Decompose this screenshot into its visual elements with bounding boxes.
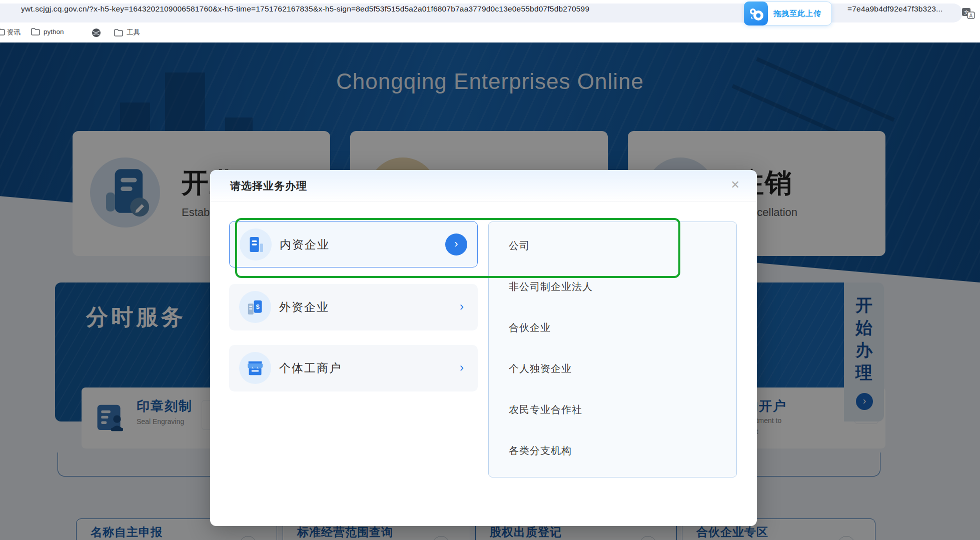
arrow-right-button[interactable]: › <box>445 234 467 256</box>
bookmark-globe-favicon[interactable] <box>92 28 101 38</box>
dialog-header: 请选择业务办理 ✕ <box>210 170 757 202</box>
dialog-title: 请选择业务办理 <box>230 179 307 193</box>
bookmark-label: 工具 <box>127 28 140 37</box>
bookmark-folder-tools[interactable]: 工具 <box>114 28 140 37</box>
option-label: 内资企业 <box>280 222 330 268</box>
svg-text:$: $ <box>256 304 260 310</box>
option-domestic-enterprise[interactable]: 内资企业 › <box>229 221 478 268</box>
subtype-branch-offices[interactable]: 各类分支机构 <box>509 438 572 463</box>
bookmark-label: 资讯 <box>7 28 21 37</box>
close-icon[interactable]: ✕ <box>731 178 740 192</box>
option-label: 个体工商户 <box>279 345 342 392</box>
subtype-company[interactable]: 公司 <box>509 233 530 258</box>
chevron-right-icon: › <box>460 362 464 374</box>
subtype-sole-proprietorship[interactable]: 个人独资企业 <box>509 356 572 381</box>
drag-upload-button[interactable]: 拖拽至此上传 <box>744 2 832 26</box>
netdisk-cloud-icon <box>744 2 768 26</box>
bookmark-folder-partial[interactable] <box>0 28 5 36</box>
option-individual-business[interactable]: 个体工商户 › <box>229 345 478 392</box>
chevron-right-icon: › <box>460 300 464 312</box>
subtype-farmer-cooperative[interactable]: 农民专业合作社 <box>509 397 582 422</box>
foreign-enterprise-icon: $ <box>239 291 271 323</box>
bookmark-folder-python[interactable]: python <box>31 28 64 36</box>
subtype-partnership[interactable]: 合伙企业 <box>509 315 551 340</box>
individual-business-icon <box>239 352 271 384</box>
option-label: 外资企业 <box>279 284 329 330</box>
translate-icon[interactable]: 文 A <box>962 8 975 20</box>
option-foreign-enterprise[interactable]: $ 外资企业 › <box>229 284 478 330</box>
svg-text:A: A <box>969 13 973 18</box>
bookmark-news[interactable]: 资讯 <box>7 28 21 37</box>
subtype-non-company-legal-person[interactable]: 非公司制企业法人 <box>509 274 593 299</box>
bookmarks-bar: 资讯 python 工具 <box>0 24 980 42</box>
business-select-dialog: 请选择业务办理 ✕ 内资企业 › $ 外资企业 › <box>210 170 757 526</box>
url-text[interactable]: ywt.scjgj.cq.gov.cn/?x-h5-key=1643202109… <box>21 4 745 14</box>
domestic-enterprise-icon <box>240 228 272 260</box>
url-text-truncated: =7e4a9b4df92e47f3b323... <box>847 4 943 14</box>
enterprise-subtype-panel: 公司 非公司制企业法人 合伙企业 个人独资企业 农民专业合作社 各类分支机构 <box>488 222 737 478</box>
upload-button-label: 拖拽至此上传 <box>773 9 821 18</box>
bookmark-label: python <box>44 28 64 36</box>
browser-chrome: ywt.scjgj.cq.gov.cn/?x-h5-key=1643202109… <box>0 0 980 42</box>
